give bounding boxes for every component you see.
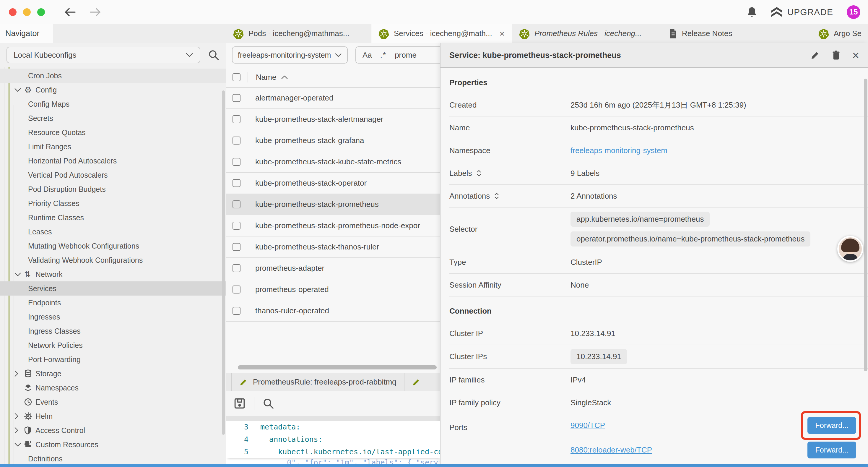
delete-trash-icon[interactable]	[832, 50, 840, 60]
app-tab-5[interactable]: Argo Se	[811, 24, 868, 43]
editor-tab-prometheusrule[interactable]: PrometheusRule: freeleaps-prod-rabbitmq	[231, 373, 404, 391]
service-name: thanos-ruler-operated	[255, 306, 329, 315]
namespace-selector[interactable]: freeleaps-monitoring-system	[232, 47, 348, 63]
close-window-button[interactable]	[9, 8, 17, 16]
notifications-bell-icon[interactable]	[747, 6, 757, 18]
app-tab-3[interactable]: Prometheus Rules - icecheng...	[512, 24, 661, 43]
sidebar-search-icon[interactable]	[208, 49, 219, 61]
sidebar-item-vertical-pod-autoscalers[interactable]: Vertical Pod Autoscalers	[0, 168, 226, 182]
panel-scrollbar[interactable]	[864, 70, 867, 461]
sidebar-item-cron-jobs[interactable]: Cron Jobs	[0, 68, 226, 83]
select-all-checkbox[interactable]	[232, 73, 241, 81]
table-row[interactable]: prometheus-operated	[226, 279, 440, 300]
sidebar-item-network-policies[interactable]: Network Policies	[0, 338, 226, 352]
forward-icon[interactable]	[89, 7, 101, 17]
edit-pencil-icon	[239, 378, 248, 386]
table-row[interactable]: kube-prometheus-stack-alertmanager	[226, 109, 440, 130]
chevron-down-icon[interactable]	[14, 88, 24, 92]
sidebar-item-storage[interactable]: Storage	[0, 367, 226, 381]
sidebar-item-horizontal-pod-autoscalers[interactable]: Horizontal Pod Autoscalers	[0, 154, 226, 168]
sidebar-item-limit-ranges[interactable]: Limit Ranges	[0, 140, 226, 154]
editor-search-icon[interactable]	[262, 398, 274, 409]
yaml-editor[interactable]: 3metadata:4 annotations:5 kubectl.kubern…	[226, 421, 440, 465]
kubeconfig-selector[interactable]: Local Kubeconfigs	[6, 47, 200, 63]
table-row[interactable]: kube-prometheus-stack-grafana	[226, 130, 440, 151]
regex-toggle[interactable]: .*	[380, 51, 386, 60]
app-tab-4[interactable]: Release Notes	[661, 24, 811, 43]
match-case-toggle[interactable]: Aa	[363, 51, 372, 60]
sidebar-item-ingresses[interactable]: Ingresses	[0, 310, 226, 324]
chevron-right-icon[interactable]	[14, 370, 24, 377]
sidebar-item-resource-quotas[interactable]: Resource Quotas	[0, 125, 226, 140]
sort-updown-icon[interactable]	[494, 192, 499, 200]
table-row[interactable]: kube-prometheus-stack-kube-state-metrics	[226, 151, 440, 173]
table-row[interactable]: prometheus-adapter	[226, 258, 440, 279]
table-horizontal-scrollbar[interactable]	[238, 365, 437, 370]
namespace-link[interactable]: freeleaps-monitoring-system	[570, 146, 668, 155]
sidebar-item-port-forwarding[interactable]: Port Forwarding	[0, 352, 226, 367]
editor-tab-secondary[interactable]	[404, 373, 440, 391]
sidebar-item-leases[interactable]: Leases	[0, 225, 226, 239]
sidebar-item-label: Events	[35, 398, 58, 406]
sidebar-item-ingress-classes[interactable]: Ingress Classes	[0, 324, 226, 338]
port-link[interactable]: 9090/TCP	[570, 421, 605, 430]
table-search-input[interactable]: Aa .* prome	[355, 47, 440, 63]
row-checkbox[interactable]	[232, 286, 241, 293]
sidebar-item-custom-resources[interactable]: Custom Resources	[0, 437, 226, 451]
sidebar-item-services[interactable]: Services	[0, 282, 226, 296]
sidebar-item-helm[interactable]: Helm	[0, 409, 226, 423]
table-row[interactable]: kube-prometheus-stack-thanos-ruler	[226, 236, 440, 258]
row-checkbox[interactable]	[232, 179, 241, 187]
row-checkbox[interactable]	[232, 200, 241, 208]
row-checkbox[interactable]	[232, 264, 241, 272]
row-checkbox[interactable]	[232, 243, 241, 251]
sidebar-item-endpoints[interactable]: Endpoints	[0, 296, 226, 310]
sidebar-item-access-control[interactable]: Access Control	[0, 423, 226, 437]
back-icon[interactable]	[64, 7, 76, 17]
forward-button[interactable]: Forward...	[807, 417, 856, 434]
table-row[interactable]: alertmanager-operated	[226, 87, 440, 109]
sidebar-item-mutating-webhook-configurations[interactable]: Mutating Webhook Configurations	[0, 239, 226, 253]
sidebar-item-secrets[interactable]: Secrets	[0, 111, 226, 125]
row-checkbox[interactable]	[232, 137, 241, 145]
sidebar-item-validating-webhook-configurations[interactable]: Validating Webhook Configurations	[0, 253, 226, 267]
notification-count-badge[interactable]: 15	[847, 5, 860, 19]
app-tab-2[interactable]: Services - icecheng@math...×	[371, 24, 512, 43]
table-row[interactable]: kube-prometheus-stack-operator	[226, 173, 440, 194]
name-column-header[interactable]: Name	[256, 73, 288, 82]
sidebar-item-namespaces[interactable]: Namespaces	[0, 381, 226, 395]
table-row[interactable]: kube-prometheus-stack-prometheus	[226, 194, 440, 215]
chevron-right-icon[interactable]	[14, 427, 24, 434]
row-checkbox[interactable]	[232, 158, 241, 166]
row-checkbox[interactable]	[232, 94, 241, 102]
edit-pencil-icon[interactable]	[810, 51, 820, 60]
chevron-right-icon[interactable]	[14, 413, 24, 420]
sidebar-item-config-maps[interactable]: Config Maps	[0, 97, 226, 111]
sidebar-item-config[interactable]: ⚙Config	[0, 83, 226, 97]
forward-button[interactable]: Forward...	[807, 442, 856, 459]
minimize-window-button[interactable]	[23, 8, 31, 16]
sidebar-scrollbar[interactable]	[222, 73, 225, 459]
navigator-pane-tab[interactable]: Navigator	[0, 24, 53, 43]
upgrade-button[interactable]: UPGRADE	[771, 6, 833, 18]
maximize-window-button[interactable]	[37, 8, 45, 16]
table-row[interactable]: thanos-ruler-operated	[226, 300, 440, 322]
sidebar-item-events[interactable]: Events	[0, 395, 226, 409]
sidebar-item-runtime-classes[interactable]: Runtime Classes	[0, 210, 226, 225]
close-panel-icon[interactable]: ×	[852, 49, 859, 61]
chevron-down-icon[interactable]	[14, 272, 24, 276]
port-link[interactable]: 8080:reloader-web/TCP	[570, 445, 652, 455]
sidebar-item-definitions[interactable]: Definitions	[0, 451, 226, 464]
chevron-down-icon[interactable]	[14, 442, 24, 447]
sidebar-item-priority-classes[interactable]: Priority Classes	[0, 196, 226, 210]
close-tab-icon[interactable]: ×	[499, 29, 505, 39]
sidebar-item-network[interactable]: ⇅Network	[0, 267, 226, 282]
sort-updown-icon[interactable]	[476, 169, 482, 177]
save-icon[interactable]	[234, 398, 246, 409]
row-checkbox[interactable]	[232, 222, 241, 230]
row-checkbox[interactable]	[232, 307, 241, 315]
row-checkbox[interactable]	[232, 115, 241, 123]
table-row[interactable]: kube-prometheus-stack-prometheus-node-ex…	[226, 215, 440, 236]
app-tab-1[interactable]: Pods - icecheng@mathmas...	[226, 24, 371, 43]
sidebar-item-pod-disruption-budgets[interactable]: Pod Disruption Budgets	[0, 182, 226, 196]
